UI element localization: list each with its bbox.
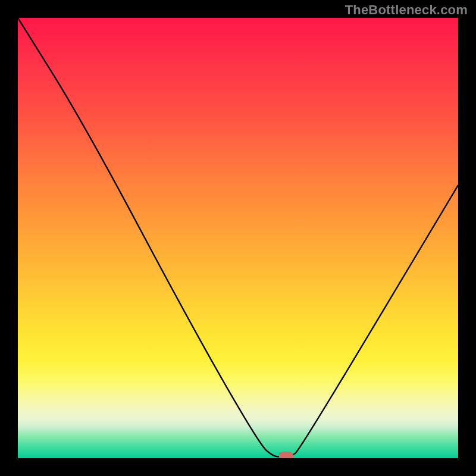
optimal-marker (279, 452, 293, 458)
bottleneck-curve (18, 18, 458, 457)
attribution-text: TheBottleneck.com (345, 2, 468, 18)
plot-area (18, 18, 458, 458)
curve-svg (18, 18, 458, 458)
chart-frame: TheBottleneck.com (0, 0, 476, 476)
